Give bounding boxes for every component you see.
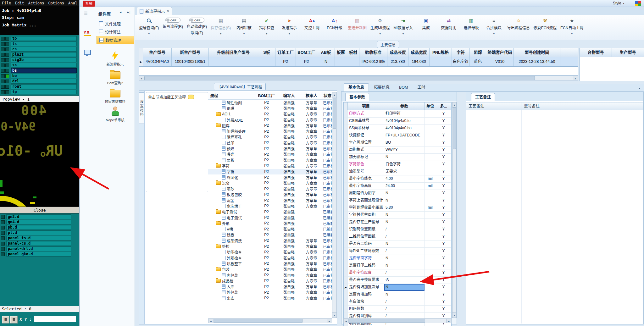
process-node-row[interactable]: 成品清洗 P2 张自强 方章章 已审核 — [208, 238, 333, 243]
param-value-cell[interactable]: N — [384, 255, 425, 262]
popview-titlebar[interactable]: Popview - 1 — [0, 96, 79, 102]
node-name-cell[interactable]: 烘板整平 — [208, 261, 255, 266]
toolbar-button[interactable]: 文控上网 — [301, 17, 323, 31]
node-name-cell[interactable]: AOI1 — [208, 112, 255, 116]
process-node-row[interactable]: 字符 P2 张自强 方章章 已审核 — [208, 169, 333, 174]
tab-new-process-instruction[interactable]: 新流程指示 — [137, 7, 172, 15]
column-header[interactable]: 字符 — [452, 48, 470, 57]
param-name-cell[interactable]: CS面菲林号 — [348, 118, 384, 124]
param-row[interactable]: 有自油块 / Y — [344, 298, 451, 306]
file-toggle-icon[interactable] — [1, 252, 5, 256]
dropdown-arrow-icon[interactable] — [220, 31, 222, 36]
toolbar-button[interactable]: OFF 编写流程(R) — [161, 17, 185, 30]
param-name-cell[interactable]: 最小字符厚度 — [348, 269, 384, 276]
cell[interactable]: 白色字符 — [452, 57, 470, 66]
param-value-cell[interactable]: / — [384, 306, 425, 312]
param-name-cell[interactable]: SS面菲林号 — [348, 125, 384, 132]
scroll-down-icon[interactable] — [332, 312, 336, 318]
param-name-cell[interactable]: 印刷方式 — [348, 110, 384, 117]
file-row[interactable]: panel-ts.d — [0, 235, 79, 241]
layer-row[interactable]: bo — [0, 73, 79, 79]
pcb-viewport[interactable]: 400 94V-0 UR。-01c — [0, 102, 79, 207]
layer-name[interactable]: pln2t — [11, 52, 77, 57]
popview-close-button[interactable]: Close — [0, 207, 79, 213]
param-name-cell[interactable]: 是否有二维码 — [348, 240, 384, 247]
param-value-cell[interactable]: N — [384, 291, 425, 298]
param-row[interactable]: SS面菲林号 4v0104p4a0.bo Y — [344, 125, 451, 132]
param-name-cell[interactable]: 有自油块 — [348, 298, 384, 305]
scroll-up-icon[interactable] — [332, 92, 336, 97]
param-name-cell[interactable]: 油墨型号 — [348, 168, 384, 175]
monitor-icon[interactable] — [84, 50, 91, 55]
param-row[interactable]: 加无铅标记 N Y — [344, 154, 451, 161]
file-name[interactable]: panel-ts.d — [6, 236, 71, 240]
shortcut-item[interactable]: Nope单审核 — [106, 107, 124, 122]
node-name-cell[interactable]: 曝光 — [208, 152, 255, 157]
scroll-thumb[interactable] — [453, 108, 456, 149]
column-header[interactable]: 成品宽度 — [408, 48, 430, 57]
process-node-row[interactable]: 外形 P2 张自强 已编辑 — [208, 220, 333, 226]
param-value-cell[interactable]: N — [384, 240, 425, 247]
param-value-cell[interactable]: N — [384, 284, 425, 291]
column-header[interactable]: 新生产型号 — [172, 48, 209, 57]
cam-menu-item[interactable]: Options — [48, 1, 64, 5]
process-node-row[interactable]: 阻焊塞孔 P2 张自强 方章章 已审核 — [208, 134, 333, 140]
scroll-thumb[interactable] — [144, 76, 535, 80]
main-info-row[interactable]: 4V0104P4A010010400219051P2P2NIPC-6012 Ⅱ级… — [139, 57, 578, 67]
column-header[interactable]: 合拼型号 — [580, 48, 612, 57]
main-info-hscrollbar[interactable] — [139, 76, 578, 80]
file-name[interactable]: panel-drl.d — [6, 246, 71, 251]
file-row[interactable]: panel-gko.d — [0, 251, 79, 257]
cam-menu-item[interactable]: Actions — [28, 1, 44, 5]
tab-overflow-icon[interactable] — [638, 86, 641, 90]
file-row[interactable]: pt.d — [0, 230, 79, 235]
file-name[interactable]: panel-gko.d — [6, 252, 71, 257]
process-node-row[interactable]: 外观检查 P2 张自强 方章章 已审核 — [208, 255, 333, 261]
file-name[interactable]: gm4.d — [6, 220, 71, 224]
node-name-cell[interactable]: 沉金 — [208, 198, 255, 203]
scroll-thumb[interactable] — [214, 319, 303, 323]
cell[interactable]: N — [317, 57, 335, 66]
param-value-cell[interactable]: / — [384, 226, 425, 233]
scroll-right-icon[interactable] — [327, 319, 332, 323]
cell[interactable]: 213.780 — [387, 57, 408, 66]
toolbar-button[interactable]: 导出流程信息 — [506, 17, 531, 31]
layer-row[interactable]: pln2t — [0, 52, 79, 57]
grid-tool-button[interactable] — [2, 316, 9, 323]
param-name-cell[interactable]: 字符到焊盘最小距离 — [348, 204, 384, 211]
module-item[interactable]: 设计算法 — [97, 28, 134, 36]
node-name-cell[interactable]: 外包装 — [208, 290, 255, 295]
column-header[interactable]: 终端客户代码 — [486, 48, 514, 57]
layer-color-icon[interactable] — [5, 90, 9, 94]
layer-name[interactable]: bo — [11, 74, 77, 78]
toolbar-button[interactable]: 合拼模块 — [483, 17, 505, 36]
scroll-up-icon[interactable] — [452, 102, 456, 108]
param-name-cell[interactable]: 周期是否为阴字 — [348, 190, 384, 197]
param-row[interactable]: 字符颜色 白色字符 Y — [344, 161, 451, 168]
style-menu-button[interactable]: Style — [613, 1, 625, 5]
toolbar-button[interactable]: 修复ECN流程 — [532, 17, 558, 31]
param-value-cell[interactable]: N — [384, 219, 425, 226]
node-name-cell[interactable]: 沉金 — [208, 180, 255, 186]
process-node-row[interactable]: 入库 P2 张自强 方章章 已审核 — [208, 284, 333, 290]
column-header[interactable]: PNL规格 — [430, 48, 452, 57]
param-name-cell[interactable]: 字符替代替周期 — [348, 212, 384, 218]
column-header[interactable]: 型号备注 — [521, 102, 643, 110]
panel-prev-button[interactable] — [119, 11, 122, 14]
toolbar-button[interactable]: 保存信息(S) — [209, 17, 232, 36]
tree-vscrollbar[interactable] — [332, 92, 337, 318]
file-name[interactable]: pb.d — [6, 225, 71, 230]
layer-color-icon[interactable] — [5, 80, 9, 83]
param-name-cell[interactable]: 是否单面字符 — [348, 255, 384, 262]
file-toggle-icon[interactable] — [1, 215, 5, 219]
layer-row[interactable]: to — [0, 36, 79, 41]
process-node-row[interactable]: 水洗烘干 P2 张自强 方章章 已审核 — [208, 203, 333, 209]
toolbar-button[interactable]: 内部审核 — [233, 17, 255, 36]
scroll-right-icon[interactable] — [446, 319, 451, 323]
column-header[interactable]: 板材 — [347, 48, 359, 57]
process-remarks-tab[interactable]: 工艺备注 — [471, 93, 495, 101]
file-name[interactable]: pt.d — [6, 230, 71, 235]
module-item[interactable]: 数据管理 — [97, 36, 134, 44]
column-header[interactable]: 项目 — [348, 102, 384, 110]
node-name-cell[interactable]: 喷砂 — [208, 186, 255, 191]
